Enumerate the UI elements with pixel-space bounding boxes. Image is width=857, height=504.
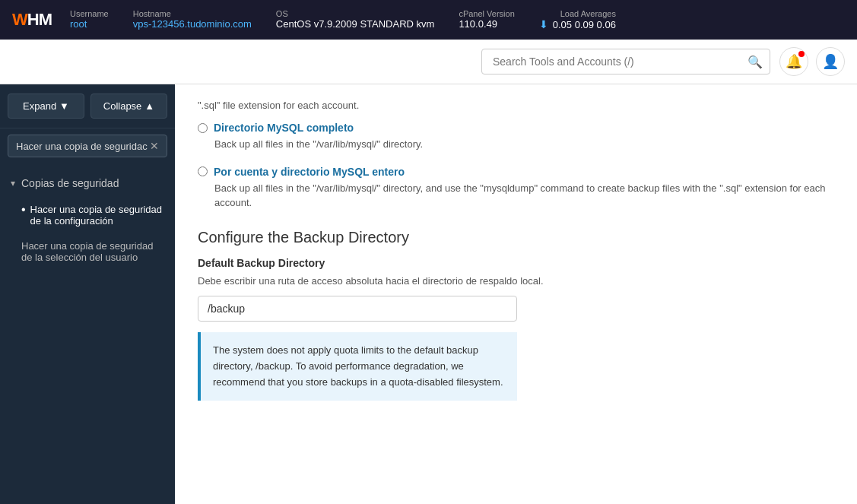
search-button[interactable]: 🔍	[747, 55, 763, 69]
username-info: Username root	[70, 9, 109, 30]
hostname-info: Hostname vps-123456.tudominio.com	[133, 9, 252, 30]
sidebar-item-backup-config[interactable]: • Hacer una copia de seguridad de la con…	[0, 197, 175, 233]
hostname-label: Hostname	[133, 9, 252, 18]
info-box: The system does not apply quota limits t…	[198, 332, 517, 401]
username-label: Username	[70, 9, 109, 18]
radio-label-1[interactable]: Directorio MySQL completo	[198, 122, 834, 134]
sidebar-btn-row: Expand ▼ Collapse ▲	[0, 84, 175, 128]
notifications-button[interactable]: 🔔	[779, 47, 808, 76]
radio-input-2[interactable]	[198, 166, 208, 176]
section-title: Configure the Backup Directory	[198, 229, 834, 246]
radio-group-1: Directorio MySQL completo Back up all fi…	[198, 122, 834, 152]
sidebar: Expand ▼ Collapse ▲ Hacer una copia de s…	[0, 84, 175, 504]
sidebar-item-label-1: Hacer una copia de seguridad de la confi…	[30, 204, 164, 227]
notification-badge	[798, 51, 805, 57]
radio-desc-2: Back up all files in the "/var/lib/mysql…	[214, 181, 834, 211]
radio-group-2: Por cuenta y directorio MySQL entero Bac…	[198, 166, 834, 211]
icon-group: 🔔 👤	[779, 47, 845, 76]
load-info: Load Averages ⬇ 0.05 0.09 0.06	[539, 9, 616, 30]
field-desc: Debe escribir una ruta de acceso absolut…	[198, 274, 834, 289]
whm-logo: WHM	[12, 10, 52, 30]
radio-input-1[interactable]	[198, 123, 208, 133]
sidebar-section-header[interactable]: ▾ Copias de seguridad	[0, 170, 175, 197]
radio-label-2[interactable]: Por cuenta y directorio MySQL entero	[198, 166, 834, 178]
field-label: Default Backup Directory	[198, 257, 834, 269]
backup-dir-input[interactable]	[198, 296, 517, 322]
radio-desc-1: Back up all files in the "/var/lib/mysql…	[214, 137, 834, 152]
os-value: CentOS v7.9.2009 STANDARD kvm	[276, 18, 435, 30]
expand-button[interactable]: Expand ▼	[8, 94, 84, 119]
chevron-down-icon: ▾	[11, 178, 15, 189]
cpanel-value: 110.0.49	[459, 18, 514, 30]
load-values: ⬇ 0.05 0.09 0.06	[539, 18, 616, 30]
main-layout: Expand ▼ Collapse ▲ Hacer una copia de s…	[0, 84, 857, 504]
expand-icon: ▼	[59, 100, 69, 112]
user-button[interactable]: 👤	[816, 47, 845, 76]
cpanel-info: cPanel Version 110.0.49	[459, 9, 514, 30]
search-input[interactable]	[481, 49, 770, 74]
load-numbers: 0.05 0.09 0.06	[553, 19, 616, 30]
sidebar-section-label: Copias de seguridad	[21, 177, 119, 189]
os-info: OS CentOS v7.9.2009 STANDARD kvm	[276, 9, 435, 30]
username-value: root	[70, 18, 109, 30]
download-icon: ⬇	[539, 18, 548, 30]
search-container: 🔍	[481, 49, 770, 74]
collapse-icon: ▲	[144, 100, 154, 112]
server-info: Username root Hostname vps-123456.tudomi…	[70, 9, 845, 30]
searchbar-row: 🔍 🔔 👤	[0, 40, 857, 84]
content-area: ".sql" file extension for each account. …	[175, 84, 857, 504]
sidebar-tag[interactable]: Hacer una copia de seguridac ✕	[8, 135, 167, 157]
sidebar-tag-text: Hacer una copia de seguridac	[16, 141, 148, 152]
topbar: WHM Username root Hostname vps-123456.tu…	[0, 0, 857, 40]
close-icon[interactable]: ✕	[150, 140, 159, 152]
collapse-button[interactable]: Collapse ▲	[90, 94, 167, 119]
sidebar-item-backup-user[interactable]: Hacer una copia de seguridad de la selec…	[0, 233, 175, 270]
os-label: OS	[276, 9, 435, 18]
load-label: Load Averages	[560, 9, 616, 18]
bullet-icon: •	[21, 204, 26, 216]
cpanel-label: cPanel Version	[459, 9, 514, 18]
hostname-value: vps-123456.tudominio.com	[133, 18, 252, 30]
sql-ext-note: ".sql" file extension for each account.	[198, 100, 834, 111]
sidebar-section-backup: ▾ Copias de seguridad • Hacer una copia …	[0, 170, 175, 270]
sidebar-item-label-2: Hacer una copia de seguridad de la selec…	[21, 240, 164, 263]
